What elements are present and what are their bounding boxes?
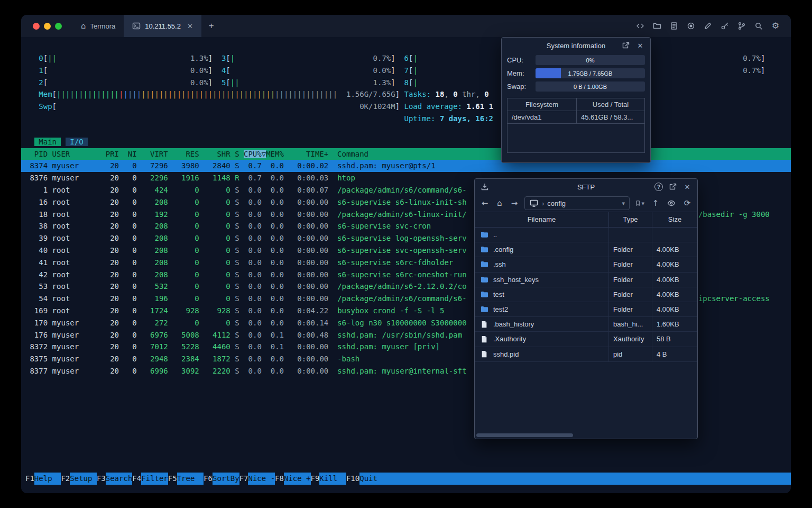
screen-tab-io[interactable]: I/O	[66, 138, 88, 146]
file-row[interactable]: .XauthorityXauthority58 B	[475, 332, 697, 347]
sftp-title-bar[interactable]: SFTP ?✕	[475, 179, 697, 195]
memory-meter-line: Mem[||||||||||||||||||||||||||||||||||||…	[21, 88, 791, 101]
fn-action-search[interactable]: Search	[106, 473, 133, 485]
file-row[interactable]: ..	[475, 228, 697, 242]
close-icon[interactable]: ✕	[635, 41, 645, 50]
sftp-table-body: ...configFolder4.00KB.sshFolder4.00KBssh…	[475, 228, 697, 362]
sftp-toolbar: ←⌂→ › config ▾ ▾↑⟳	[475, 195, 697, 212]
code-icon[interactable]	[635, 21, 645, 31]
fn-key-f3: F3	[97, 473, 106, 485]
edit-icon[interactable]	[703, 21, 713, 31]
file-size: 4.00KB	[652, 287, 697, 302]
file-row[interactable]: .bash_historybash_hi...1.60KB	[475, 317, 697, 332]
fn-action-nice-[interactable]: Nice -	[248, 473, 275, 485]
fn-action-filter[interactable]: Filter	[141, 473, 168, 485]
swap-progress-bar: 0 B / 1.00GB	[536, 81, 645, 92]
scrollbar-handle[interactable]	[476, 433, 573, 437]
sftp-column-header[interactable]: Filename	[475, 212, 608, 227]
maximize-window-button[interactable]	[55, 23, 62, 30]
bookmark-icon[interactable]: ▾	[635, 198, 644, 208]
file-name: test2	[493, 302, 508, 316]
sftp-panel: SFTP ?✕ ←⌂→ › config ▾ ▾↑⟳ FilenameTypeS…	[474, 178, 698, 439]
fn-key-f5: F5	[168, 473, 177, 485]
fn-action-setup[interactable]: Setup	[70, 473, 97, 485]
fn-key-f4: F4	[132, 473, 141, 485]
close-icon[interactable]: ✕	[682, 182, 692, 192]
open-in-window-icon[interactable]	[621, 41, 631, 50]
sftp-column-header[interactable]: Type	[608, 212, 652, 227]
file-name: ssh_host_keys	[493, 273, 539, 287]
close-tab-icon[interactable]: ✕	[187, 22, 193, 30]
file-row[interactable]: .sshFolder4.00KB	[475, 257, 697, 272]
new-tab-button[interactable]: +	[201, 15, 222, 37]
fs-column-header[interactable]: Used / Total	[576, 98, 644, 111]
fs-column-header[interactable]: Filesystem	[508, 98, 576, 111]
search-icon[interactable]	[754, 21, 763, 31]
file-row[interactable]: sshd.pidpid4 B	[475, 347, 697, 362]
tab-session-10-211-55-2[interactable]: 10.211.55.2 ✕	[124, 15, 201, 37]
sftp-title-actions: ?✕	[654, 182, 692, 192]
sftp-column-header[interactable]: Size	[652, 212, 697, 227]
traffic-lights	[21, 15, 72, 37]
record-icon[interactable]	[686, 21, 696, 31]
fn-action-nice+[interactable]: Nice +	[284, 473, 311, 485]
screen-tab-main[interactable]: Main	[34, 138, 61, 146]
file-row[interactable]: test2Folder4.00KB	[475, 302, 697, 317]
folder-icon[interactable]	[652, 21, 662, 31]
horizontal-scrollbar[interactable]	[476, 433, 696, 437]
fn-action-sortby[interactable]: SortBy	[213, 473, 239, 485]
file-row[interactable]: .configFolder4.00KB	[475, 242, 697, 257]
path-breadcrumb[interactable]: › config ▾	[524, 196, 630, 210]
preview-icon[interactable]	[667, 198, 676, 208]
file-type: pid	[608, 347, 652, 361]
sftp-title-left-actions	[480, 182, 490, 192]
file-size: 1.60KB	[652, 317, 697, 331]
settings-icon[interactable]: ⚙	[771, 21, 780, 31]
download-icon[interactable]	[480, 182, 490, 192]
htop-function-bar: F1Help F2Setup F3SearchF4FilterF5Tree F6…	[21, 473, 791, 485]
home-icon[interactable]: ⌂	[495, 198, 504, 208]
fn-action-tree[interactable]: Tree	[177, 473, 204, 485]
cpu-meter-row: 2[ 0.0%] 5[|| 1.3%] 8[|	[21, 77, 791, 89]
sftp-action-buttons: ▾↑⟳	[635, 198, 692, 208]
sysinfo-title-bar[interactable]: System information ✕	[502, 38, 650, 53]
help-icon[interactable]: ?	[654, 182, 663, 192]
back-icon[interactable]: ←	[480, 198, 490, 208]
fn-action-kill[interactable]: Kill	[319, 473, 346, 485]
htop-meters: 0[|| 1.3%] 3[| 0.7%] 6[| 0.7%] 1[	[21, 52, 791, 125]
filesystem-table-header: FilesystemUsed / Total	[508, 98, 644, 111]
file-name: .Xauthority	[493, 332, 526, 346]
filesystem-row[interactable]: /dev/vda145.61GB / 58.3...	[508, 111, 644, 124]
file-size: 4 B	[652, 347, 697, 361]
refresh-icon[interactable]: ⟳	[682, 198, 692, 208]
branch-icon[interactable]	[737, 21, 746, 31]
sftp-table-header[interactable]: FilenameTypeSize	[475, 212, 697, 228]
fn-key-f1: F1	[25, 473, 34, 485]
swap-progress-text: 0 B / 1.00GB	[536, 81, 645, 92]
chevron-down-icon[interactable]: ▾	[622, 200, 625, 207]
file-row[interactable]: testFolder4.00KB	[475, 287, 697, 302]
forward-icon[interactable]: →	[510, 198, 519, 208]
file-type: Folder	[608, 287, 652, 302]
log-icon[interactable]	[669, 21, 679, 31]
up-icon[interactable]: ↑	[651, 198, 660, 208]
window-titlebar: ⌂ Termora 10.211.55.2 ✕ + ⚙	[21, 15, 791, 37]
fn-action-quit[interactable]: Quit	[359, 473, 386, 485]
minimize-window-button[interactable]	[44, 23, 51, 30]
open-in-window-icon[interactable]	[668, 182, 678, 192]
terminal-icon	[132, 22, 141, 30]
htop-table-header[interactable]: PID USER PRI NI VIRT RES SHR S CPU%▽MEM%…	[21, 148, 791, 160]
breadcrumb-separator-icon: ›	[542, 199, 544, 207]
fn-action-help[interactable]: Help	[34, 473, 61, 485]
file-size: 4.00KB	[652, 302, 697, 316]
mem-progress-bar: 1.75GB / 7.65GB	[536, 68, 645, 78]
cpu-usage-row: CPU: 0%	[502, 53, 650, 67]
swap-label: Swap:	[507, 83, 530, 90]
mem-label: Mem:	[507, 69, 530, 77]
file-row[interactable]: ssh_host_keysFolder4.00KB	[475, 273, 697, 287]
folder-icon	[479, 230, 489, 240]
process-row[interactable]: 8374 myuser 20 0 7296 3980 2840 S 0.7 0.…	[21, 160, 791, 172]
key-icon[interactable]	[720, 21, 730, 31]
tab-termora[interactable]: ⌂ Termora	[72, 15, 124, 37]
close-window-button[interactable]	[33, 23, 40, 30]
